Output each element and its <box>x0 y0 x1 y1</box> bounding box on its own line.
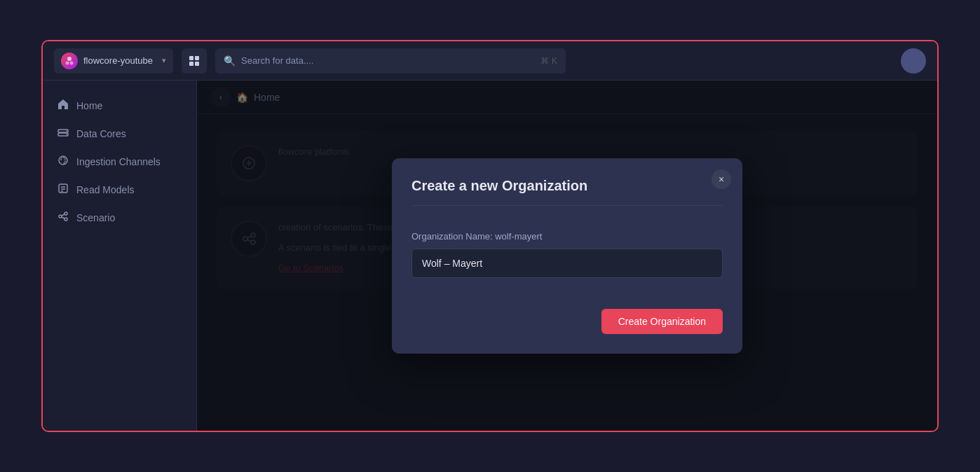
home-icon <box>57 99 69 113</box>
svg-point-15 <box>59 215 62 218</box>
svg-point-1 <box>66 61 69 64</box>
org-selector[interactable]: flowcore-youtube ▾ <box>54 48 173 74</box>
sidebar-item-ingestion-label: Ingestion Channels <box>76 156 161 167</box>
svg-point-10 <box>66 134 67 135</box>
scenario-icon <box>57 211 69 225</box>
main-area: Home Data Cores <box>43 81 937 431</box>
modal-footer: Create Organization <box>411 309 723 334</box>
app-window: flowcore-youtube ▾ 🔍 ⌘K <box>41 40 939 432</box>
svg-rect-6 <box>195 62 199 66</box>
svg-point-16 <box>64 212 67 215</box>
top-bar: flowcore-youtube ▾ 🔍 ⌘K <box>43 41 937 81</box>
sidebar: Home Data Cores <box>43 81 197 431</box>
sidebar-item-data-cores-label: Data Cores <box>76 128 126 139</box>
svg-line-18 <box>62 214 64 216</box>
kbd-hint: ⌘K <box>540 56 557 66</box>
create-org-modal: × Create a new Organization Organization… <box>392 158 742 354</box>
search-input[interactable] <box>241 55 535 66</box>
svg-rect-4 <box>195 56 199 60</box>
create-org-button[interactable]: Create Organization <box>601 309 723 334</box>
modal-title: Create a new Organization <box>411 178 723 206</box>
org-logo <box>61 53 78 69</box>
svg-point-2 <box>70 61 74 64</box>
ingestion-channels-icon <box>57 155 69 169</box>
chevron-down-icon: ▾ <box>162 56 166 65</box>
sidebar-item-read-models[interactable]: Read Models <box>43 176 196 204</box>
close-icon: × <box>719 174 724 185</box>
svg-point-9 <box>66 130 67 132</box>
sidebar-item-scenario[interactable]: Scenario <box>43 204 196 232</box>
org-name-input[interactable] <box>411 249 723 278</box>
svg-point-0 <box>67 57 72 61</box>
modal-body: Organization Name: wolf-mayert <box>411 220 723 289</box>
sidebar-item-ingestion-channels[interactable]: Ingestion Channels <box>43 148 196 176</box>
modal-overlay: × Create a new Organization Organization… <box>197 81 937 431</box>
svg-line-19 <box>62 217 64 218</box>
top-bar-right <box>901 48 926 74</box>
search-bar[interactable]: 🔍 ⌘K <box>215 48 566 74</box>
sidebar-item-scenario-label: Scenario <box>76 212 115 223</box>
sidebar-item-data-cores[interactable]: Data Cores <box>43 120 196 148</box>
data-cores-icon <box>57 127 69 141</box>
org-name-label: flowcore-youtube <box>83 55 156 66</box>
sidebar-item-home-label: Home <box>76 100 102 111</box>
search-icon: 🔍 <box>224 55 236 67</box>
avatar[interactable] <box>901 48 926 74</box>
table-view-button[interactable] <box>182 48 207 74</box>
content-area: ‹ 🏠 Home flowcore platform. <box>197 81 937 431</box>
svg-rect-3 <box>189 56 193 60</box>
sidebar-item-home[interactable]: Home <box>43 92 196 120</box>
field-label: Organization Name: wolf-mayert <box>411 231 723 242</box>
modal-close-button[interactable]: × <box>712 169 731 189</box>
sidebar-item-read-models-label: Read Models <box>76 184 135 195</box>
svg-rect-5 <box>189 62 193 66</box>
svg-point-17 <box>64 218 67 221</box>
read-models-icon <box>57 183 69 197</box>
